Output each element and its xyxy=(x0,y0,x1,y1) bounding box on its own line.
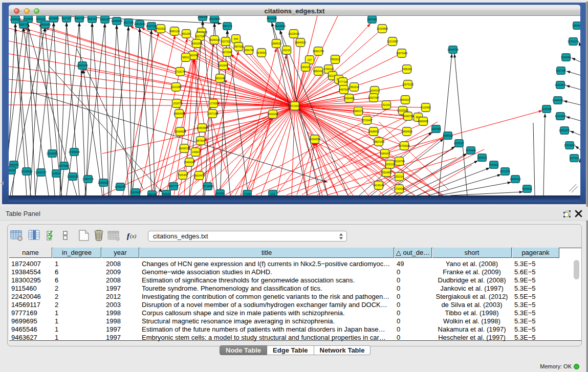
svg-text:16961758: 16961758 xyxy=(313,50,324,53)
svg-text:10228452: 10228452 xyxy=(48,17,59,20)
svg-text:1845051: 1845051 xyxy=(9,163,19,166)
svg-text:6497505: 6497505 xyxy=(339,88,349,91)
svg-text:16033809: 16033809 xyxy=(209,17,220,20)
svg-text:12093872: 12093872 xyxy=(555,83,566,86)
svg-text:12975115: 12975115 xyxy=(402,83,413,86)
svg-text:15720407: 15720407 xyxy=(361,119,373,122)
svg-text:6379197: 6379197 xyxy=(454,142,464,145)
svg-text:13975887: 13975887 xyxy=(58,164,70,167)
svg-text:8990441: 8990441 xyxy=(313,70,323,73)
svg-text:1615132: 1615132 xyxy=(385,163,395,166)
svg-text:17016504: 17016504 xyxy=(564,144,575,147)
svg-text:9245632: 9245632 xyxy=(522,187,532,190)
svg-text:0899695: 0899695 xyxy=(418,120,428,123)
svg-text:1839221: 1839221 xyxy=(36,17,46,20)
svg-text:4055724: 4055724 xyxy=(18,23,29,26)
svg-text:3267130: 3267130 xyxy=(207,112,217,115)
svg-text:9675685: 9675685 xyxy=(222,51,232,54)
svg-text:19654923: 19654923 xyxy=(401,130,412,133)
svg-text:8489709: 8489709 xyxy=(74,17,84,20)
svg-text:10154808: 10154808 xyxy=(377,27,388,30)
svg-text:932450: 932450 xyxy=(216,192,225,195)
svg-text:9329966: 9329966 xyxy=(561,56,571,59)
svg-text:10507487: 10507487 xyxy=(368,96,379,99)
svg-text:1624514: 1624514 xyxy=(369,89,380,92)
svg-text:887834: 887834 xyxy=(197,139,205,142)
svg-text:9327502: 9327502 xyxy=(221,40,231,43)
svg-text:12942737: 12942737 xyxy=(35,171,47,174)
svg-text:14353584: 14353584 xyxy=(197,126,208,129)
svg-text:391554: 391554 xyxy=(9,169,16,172)
svg-text:1362615: 1362615 xyxy=(300,65,311,69)
svg-text:22455603: 22455603 xyxy=(10,18,21,21)
svg-text:7462616: 7462616 xyxy=(349,85,359,89)
svg-text:1588520: 1588520 xyxy=(271,42,281,45)
svg-text:18640910: 18640910 xyxy=(295,41,306,44)
svg-text:16644784: 16644784 xyxy=(447,48,459,51)
svg-text:2986372: 2986372 xyxy=(353,110,363,113)
svg-text:1999828: 1999828 xyxy=(572,24,580,27)
svg-text:16914479: 16914479 xyxy=(193,174,205,177)
svg-text:14136141: 14136141 xyxy=(373,184,384,187)
svg-text:16543362: 16543362 xyxy=(191,42,202,45)
svg-text:1640954: 1640954 xyxy=(431,127,441,130)
svg-text:9242848: 9242848 xyxy=(218,64,228,67)
svg-text:8454749: 8454749 xyxy=(244,49,254,52)
svg-text:7632621: 7632621 xyxy=(489,163,499,166)
svg-text:12213389: 12213389 xyxy=(170,85,182,89)
svg-text:546: 546 xyxy=(234,37,238,40)
svg-text:9115460: 9115460 xyxy=(421,106,430,109)
svg-text:9474444: 9474444 xyxy=(466,149,476,152)
svg-text:83220: 83220 xyxy=(283,49,290,52)
svg-text:17957275: 17957275 xyxy=(82,178,94,181)
svg-text:15409348: 15409348 xyxy=(184,161,195,164)
svg-text:10688609: 10688609 xyxy=(368,130,379,133)
svg-text:10973493: 10973493 xyxy=(396,52,407,55)
svg-text:10210643: 10210643 xyxy=(555,115,566,118)
svg-text:9084047: 9084047 xyxy=(380,152,390,155)
svg-text:14982: 14982 xyxy=(192,150,199,154)
svg-text:6794028: 6794028 xyxy=(323,68,334,71)
svg-text:252214: 252214 xyxy=(395,175,404,178)
svg-text:18300295: 18300295 xyxy=(267,113,278,116)
svg-text:16782759: 16782759 xyxy=(115,185,126,188)
svg-text:9463627: 9463627 xyxy=(400,98,410,101)
svg-text:8660124: 8660124 xyxy=(169,30,180,33)
svg-text:15751074: 15751074 xyxy=(568,40,579,43)
svg-text:117008: 117008 xyxy=(209,102,218,105)
svg-text:19384554: 19384554 xyxy=(309,138,320,141)
svg-text:20691406: 20691406 xyxy=(39,23,51,26)
svg-text:9457771: 9457771 xyxy=(168,185,179,188)
svg-text:8813054: 8813054 xyxy=(267,17,277,20)
svg-text:62160: 62160 xyxy=(383,103,390,106)
svg-text:4439167: 4439167 xyxy=(100,18,110,21)
svg-text:17359914: 17359914 xyxy=(69,150,80,154)
svg-text:18724007: 18724007 xyxy=(289,104,300,107)
svg-text:891295: 891295 xyxy=(182,32,191,35)
svg-text:(x): (x) xyxy=(130,233,137,239)
svg-text:20206551: 20206551 xyxy=(47,152,58,155)
svg-text:2718176: 2718176 xyxy=(175,70,185,73)
svg-text:16046736: 16046736 xyxy=(179,147,190,150)
svg-text:1167531: 1167531 xyxy=(569,157,579,160)
svg-text:7625402: 7625402 xyxy=(178,173,188,177)
svg-text:2933114: 2933114 xyxy=(477,156,487,159)
svg-text:13524851: 13524851 xyxy=(381,171,392,174)
svg-text:10958117: 10958117 xyxy=(98,181,109,184)
svg-text:7857274: 7857274 xyxy=(222,25,232,28)
svg-text:5682115: 5682115 xyxy=(87,17,97,20)
svg-text:15495756: 15495756 xyxy=(402,115,413,118)
svg-text:18186323: 18186323 xyxy=(209,38,220,41)
svg-text:20187: 20187 xyxy=(173,102,180,105)
svg-text:20813640: 20813640 xyxy=(134,23,145,26)
svg-text:12444151: 12444151 xyxy=(552,99,563,102)
svg-text:4735650: 4735650 xyxy=(23,17,33,20)
svg-text:12156829: 12156829 xyxy=(21,170,32,173)
svg-text:2967608: 2967608 xyxy=(233,45,244,48)
svg-text:20756928: 20756928 xyxy=(399,144,410,147)
svg-text:9777169: 9777169 xyxy=(338,80,348,83)
svg-text:12213967: 12213967 xyxy=(387,40,398,43)
svg-text:19166825: 19166825 xyxy=(175,130,186,133)
svg-text:19299464: 19299464 xyxy=(111,19,122,23)
svg-text:114519: 114519 xyxy=(52,172,61,175)
